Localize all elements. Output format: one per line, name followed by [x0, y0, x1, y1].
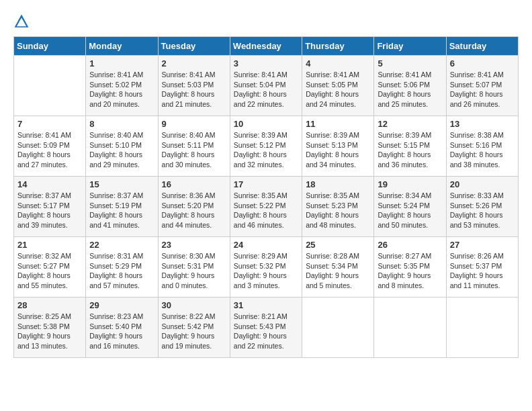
logo-icon [13, 13, 30, 30]
day-info: Sunrise: 8:32 AMSunset: 5:27 PMDaylight:… [17, 251, 82, 291]
day-cell: 31Sunrise: 8:21 AMSunset: 5:43 PMDayligh… [230, 298, 302, 358]
day-cell: 25Sunrise: 8:28 AMSunset: 5:34 PMDayligh… [302, 237, 374, 298]
week-row-1: 1Sunrise: 8:41 AMSunset: 5:02 PMDaylight… [14, 56, 519, 116]
day-cell [14, 56, 86, 116]
day-number: 17 [234, 179, 298, 189]
day-number: 21 [17, 240, 82, 250]
day-number: 15 [89, 179, 154, 189]
day-cell [374, 298, 446, 358]
day-info: Sunrise: 8:41 AMSunset: 5:05 PMDaylight:… [306, 70, 370, 109]
weekday-header-thursday: Thursday [302, 37, 374, 56]
day-cell: 30Sunrise: 8:22 AMSunset: 5:42 PMDayligh… [158, 298, 230, 358]
day-cell: 4Sunrise: 8:41 AMSunset: 5:05 PMDaylight… [302, 56, 374, 116]
day-number: 3 [234, 58, 298, 68]
day-info: Sunrise: 8:37 AMSunset: 5:19 PMDaylight:… [89, 191, 154, 230]
day-cell: 24Sunrise: 8:29 AMSunset: 5:32 PMDayligh… [230, 237, 302, 298]
day-number: 24 [234, 240, 298, 250]
day-cell: 12Sunrise: 8:39 AMSunset: 5:15 PMDayligh… [374, 116, 446, 177]
day-number: 6 [450, 58, 515, 68]
day-cell [302, 298, 374, 358]
day-info: Sunrise: 8:41 AMSunset: 5:07 PMDaylight:… [450, 70, 515, 109]
day-cell: 13Sunrise: 8:38 AMSunset: 5:16 PMDayligh… [446, 116, 518, 177]
day-info: Sunrise: 8:26 AMSunset: 5:37 PMDaylight:… [450, 251, 515, 291]
day-cell: 11Sunrise: 8:39 AMSunset: 5:13 PMDayligh… [302, 116, 374, 177]
day-cell: 14Sunrise: 8:37 AMSunset: 5:17 PMDayligh… [14, 177, 86, 237]
day-cell: 17Sunrise: 8:35 AMSunset: 5:22 PMDayligh… [230, 177, 302, 237]
day-info: Sunrise: 8:41 AMSunset: 5:04 PMDaylight:… [234, 70, 298, 109]
day-info: Sunrise: 8:34 AMSunset: 5:24 PMDaylight:… [378, 191, 442, 230]
day-info: Sunrise: 8:29 AMSunset: 5:32 PMDaylight:… [234, 251, 298, 291]
day-info: Sunrise: 8:41 AMSunset: 5:03 PMDaylight:… [162, 70, 226, 109]
day-info: Sunrise: 8:38 AMSunset: 5:16 PMDaylight:… [450, 130, 515, 170]
day-cell: 29Sunrise: 8:23 AMSunset: 5:40 PMDayligh… [86, 298, 158, 358]
day-info: Sunrise: 8:35 AMSunset: 5:22 PMDaylight:… [234, 191, 298, 230]
day-cell: 21Sunrise: 8:32 AMSunset: 5:27 PMDayligh… [14, 237, 86, 298]
day-info: Sunrise: 8:41 AMSunset: 5:02 PMDaylight:… [89, 70, 154, 109]
day-cell: 18Sunrise: 8:35 AMSunset: 5:23 PMDayligh… [302, 177, 374, 237]
calendar-table: SundayMondayTuesdayWednesdayThursdayFrid… [13, 36, 519, 358]
weekday-header-row: SundayMondayTuesdayWednesdayThursdayFrid… [14, 37, 519, 56]
day-cell: 3Sunrise: 8:41 AMSunset: 5:04 PMDaylight… [230, 56, 302, 116]
week-row-5: 28Sunrise: 8:25 AMSunset: 5:38 PMDayligh… [14, 298, 519, 358]
day-info: Sunrise: 8:39 AMSunset: 5:13 PMDaylight:… [306, 130, 370, 170]
day-cell: 5Sunrise: 8:41 AMSunset: 5:06 PMDaylight… [374, 56, 446, 116]
day-cell: 20Sunrise: 8:33 AMSunset: 5:26 PMDayligh… [446, 177, 518, 237]
weekday-header-monday: Monday [86, 37, 158, 56]
day-number: 13 [450, 119, 515, 129]
day-cell: 23Sunrise: 8:30 AMSunset: 5:31 PMDayligh… [158, 237, 230, 298]
day-cell: 16Sunrise: 8:36 AMSunset: 5:20 PMDayligh… [158, 177, 230, 237]
day-cell: 8Sunrise: 8:40 AMSunset: 5:10 PMDaylight… [86, 116, 158, 177]
day-cell: 1Sunrise: 8:41 AMSunset: 5:02 PMDaylight… [86, 56, 158, 116]
day-number: 10 [234, 119, 298, 129]
day-cell: 22Sunrise: 8:31 AMSunset: 5:29 PMDayligh… [86, 237, 158, 298]
day-number: 31 [234, 300, 298, 310]
day-number: 19 [378, 179, 442, 189]
day-info: Sunrise: 8:21 AMSunset: 5:43 PMDaylight:… [234, 312, 298, 351]
weekday-header-saturday: Saturday [446, 37, 518, 56]
day-number: 16 [162, 179, 226, 189]
day-number: 28 [17, 300, 82, 310]
day-info: Sunrise: 8:39 AMSunset: 5:15 PMDaylight:… [378, 130, 442, 170]
day-cell: 2Sunrise: 8:41 AMSunset: 5:03 PMDaylight… [158, 56, 230, 116]
day-info: Sunrise: 8:36 AMSunset: 5:20 PMDaylight:… [162, 191, 226, 230]
day-info: Sunrise: 8:40 AMSunset: 5:10 PMDaylight:… [89, 130, 154, 170]
day-cell: 26Sunrise: 8:27 AMSunset: 5:35 PMDayligh… [374, 237, 446, 298]
day-info: Sunrise: 8:28 AMSunset: 5:34 PMDaylight:… [306, 251, 370, 291]
day-number: 18 [306, 179, 370, 189]
day-number: 12 [378, 119, 442, 129]
day-number: 11 [306, 119, 370, 129]
day-info: Sunrise: 8:33 AMSunset: 5:26 PMDaylight:… [450, 191, 515, 230]
day-number: 22 [89, 240, 154, 250]
day-number: 8 [89, 119, 154, 129]
day-cell: 9Sunrise: 8:40 AMSunset: 5:11 PMDaylight… [158, 116, 230, 177]
day-number: 23 [162, 240, 226, 250]
day-number: 4 [306, 58, 370, 68]
day-number: 30 [162, 300, 226, 310]
day-info: Sunrise: 8:41 AMSunset: 5:06 PMDaylight:… [378, 70, 442, 109]
day-number: 26 [378, 240, 442, 250]
weekday-header-tuesday: Tuesday [158, 37, 230, 56]
day-cell: 28Sunrise: 8:25 AMSunset: 5:38 PMDayligh… [14, 298, 86, 358]
logo [13, 13, 32, 30]
day-info: Sunrise: 8:30 AMSunset: 5:31 PMDaylight:… [162, 251, 226, 291]
day-cell: 27Sunrise: 8:26 AMSunset: 5:37 PMDayligh… [446, 237, 518, 298]
week-row-4: 21Sunrise: 8:32 AMSunset: 5:27 PMDayligh… [14, 237, 519, 298]
weekday-header-wednesday: Wednesday [230, 37, 302, 56]
day-info: Sunrise: 8:25 AMSunset: 5:38 PMDaylight:… [17, 312, 82, 351]
day-info: Sunrise: 8:22 AMSunset: 5:42 PMDaylight:… [162, 312, 226, 351]
page-header [13, 13, 519, 30]
day-cell: 7Sunrise: 8:41 AMSunset: 5:09 PMDaylight… [14, 116, 86, 177]
day-cell: 10Sunrise: 8:39 AMSunset: 5:12 PMDayligh… [230, 116, 302, 177]
day-number: 29 [89, 300, 154, 310]
day-info: Sunrise: 8:27 AMSunset: 5:35 PMDaylight:… [378, 251, 442, 291]
day-info: Sunrise: 8:23 AMSunset: 5:40 PMDaylight:… [89, 312, 154, 351]
day-number: 20 [450, 179, 515, 189]
day-number: 27 [450, 240, 515, 250]
day-number: 25 [306, 240, 370, 250]
day-info: Sunrise: 8:35 AMSunset: 5:23 PMDaylight:… [306, 191, 370, 230]
day-info: Sunrise: 8:37 AMSunset: 5:17 PMDaylight:… [17, 191, 82, 230]
day-info: Sunrise: 8:31 AMSunset: 5:29 PMDaylight:… [89, 251, 154, 291]
day-cell: 19Sunrise: 8:34 AMSunset: 5:24 PMDayligh… [374, 177, 446, 237]
day-number: 7 [17, 119, 82, 129]
week-row-2: 7Sunrise: 8:41 AMSunset: 5:09 PMDaylight… [14, 116, 519, 177]
